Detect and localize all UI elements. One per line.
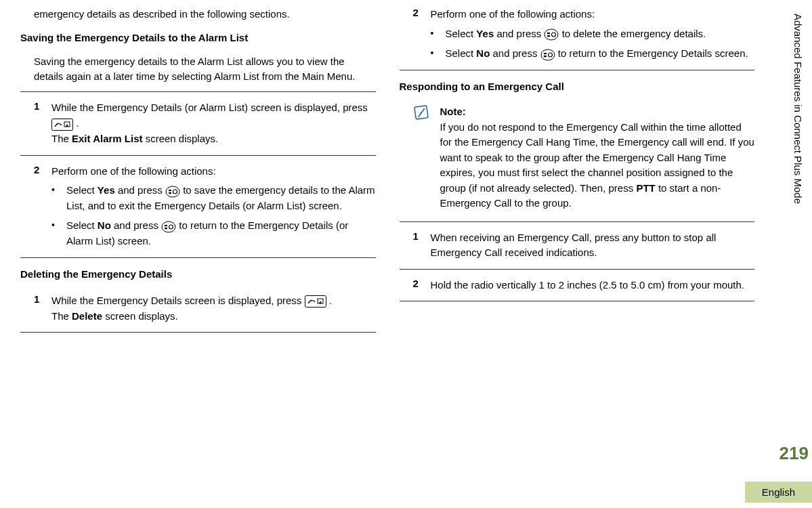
bullet-body: Select Yes and press to save the emergen… xyxy=(66,183,376,214)
ok-button-icon xyxy=(165,184,180,199)
step-number: 2 xyxy=(34,164,42,249)
delete-step-1: 1 While the Emergency Details screen is … xyxy=(20,285,376,333)
text: screen displays. xyxy=(143,133,219,144)
bullet-marker: • xyxy=(51,218,57,249)
bullet-no: • Select No and press to return to the E… xyxy=(51,218,376,249)
text: and press xyxy=(115,184,165,196)
page-container: emergency details as described in the fo… xyxy=(0,0,812,508)
page-number: 219 xyxy=(779,443,809,464)
text: Select xyxy=(66,219,98,231)
bullet-marker: • xyxy=(431,46,436,62)
step-number: 1 xyxy=(34,100,42,146)
bold-text: No xyxy=(98,219,111,231)
step-number: 2 xyxy=(413,278,421,293)
respond-step-2: 2 Hold the radio vertically 1 to 2 inche… xyxy=(400,269,755,302)
text: Perform one of the following actions: xyxy=(51,165,216,177)
step-body: While the Emergency Details (or Alarm Li… xyxy=(51,100,376,146)
bold-text: Delete xyxy=(72,310,102,322)
text: The xyxy=(51,310,72,322)
step-body: While the Emergency Details screen is di… xyxy=(51,293,376,324)
save-step-2: 2 Perform one of the following actions: … xyxy=(20,155,376,258)
right-column: 2 Perform one of the following actions: … xyxy=(400,7,755,494)
step-body: Hold the radio vertically 1 to 2 inches … xyxy=(431,278,755,293)
left-column: emergency details as described in the fo… xyxy=(20,7,376,494)
chapter-title: Advanced Features in Connect Plus Mode xyxy=(792,14,804,204)
note-icon xyxy=(413,104,432,211)
content-columns: emergency details as described in the fo… xyxy=(0,0,775,508)
text: screen displays. xyxy=(102,310,178,322)
bold-text: PTT xyxy=(636,182,655,194)
text: and press xyxy=(490,47,540,59)
bullet-yes: • Select Yes and press to save the emerg… xyxy=(51,183,376,214)
bold-text: Exit Alarm List xyxy=(72,133,142,144)
text: to delete the emergency details. xyxy=(562,28,706,39)
text: and press xyxy=(494,28,544,39)
svg-rect-8 xyxy=(165,228,167,229)
bold-text: Yes xyxy=(476,28,494,39)
svg-rect-14 xyxy=(547,35,550,37)
top-fragment: emergency details as described in the fo… xyxy=(34,7,376,22)
step-number: 1 xyxy=(413,230,421,261)
heading-saving: Saving the Emergency Details to the Alar… xyxy=(20,32,376,43)
ok-button-icon xyxy=(161,219,176,234)
step-body: Perform one of the following actions: • … xyxy=(51,164,376,249)
step-body: Perform one of the following actions: • … xyxy=(431,7,755,62)
text: . xyxy=(329,295,332,306)
heading-deleting: Deleting the Emergency Details xyxy=(20,268,376,280)
bullet-marker: • xyxy=(51,183,57,214)
bullet-marker: • xyxy=(431,26,436,42)
bullet-yes: • Select Yes and press to delete the eme… xyxy=(431,26,755,42)
text: While the Emergency Details (or Alarm Li… xyxy=(51,102,368,113)
delete-step-2: 2 Perform one of the following actions: … xyxy=(400,7,755,70)
menu-button-icon xyxy=(51,117,73,132)
ok-button-icon xyxy=(540,47,555,62)
step-number: 1 xyxy=(34,293,42,324)
text: Select xyxy=(66,184,98,196)
bold-text: No xyxy=(476,47,490,59)
ok-button-icon xyxy=(544,26,559,42)
text: Select xyxy=(446,28,477,39)
text: While the Emergency Details screen is di… xyxy=(51,295,305,306)
bold-text: Yes xyxy=(98,184,115,196)
svg-rect-7 xyxy=(165,225,167,226)
bullet-no: • Select No and press to return to the E… xyxy=(431,46,755,62)
svg-rect-3 xyxy=(169,190,171,191)
bullet-body: Select Yes and press to delete the emerg… xyxy=(446,26,755,42)
menu-button-icon xyxy=(305,293,326,309)
text: The xyxy=(51,133,72,144)
note-label: Note: xyxy=(440,106,466,117)
text: Perform one of the following actions: xyxy=(431,8,595,20)
step-number: 2 xyxy=(413,7,421,62)
text: and press xyxy=(111,219,161,231)
svg-rect-17 xyxy=(544,53,547,54)
text: Select xyxy=(446,47,477,59)
step-body: When receiving an Emergency Call, press … xyxy=(431,230,755,261)
note-body: Note: If you do not respond to the Emerg… xyxy=(440,104,755,211)
save-step-1: 1 While the Emergency Details (or Alarm … xyxy=(20,91,376,154)
right-sidebar: Advanced Features in Connect Plus Mode 2… xyxy=(775,0,812,508)
heading-responding: Responding to an Emergency Call xyxy=(400,81,755,92)
note-block: Note: If you do not respond to the Emerg… xyxy=(413,104,755,211)
saving-intro: Saving the emergency details to the Alar… xyxy=(34,54,376,84)
text: to return to the Emergency Details scree… xyxy=(558,47,748,59)
respond-step-1: 1 When receiving an Emergency Call, pres… xyxy=(400,221,755,269)
svg-rect-4 xyxy=(169,192,171,194)
svg-rect-18 xyxy=(544,56,547,57)
bullet-body: Select No and press to return to the Eme… xyxy=(66,218,376,249)
bullet-body: Select No and press to return to the Eme… xyxy=(446,46,755,62)
text: . xyxy=(76,117,79,129)
svg-rect-13 xyxy=(547,33,550,34)
language-label: English xyxy=(745,482,812,503)
